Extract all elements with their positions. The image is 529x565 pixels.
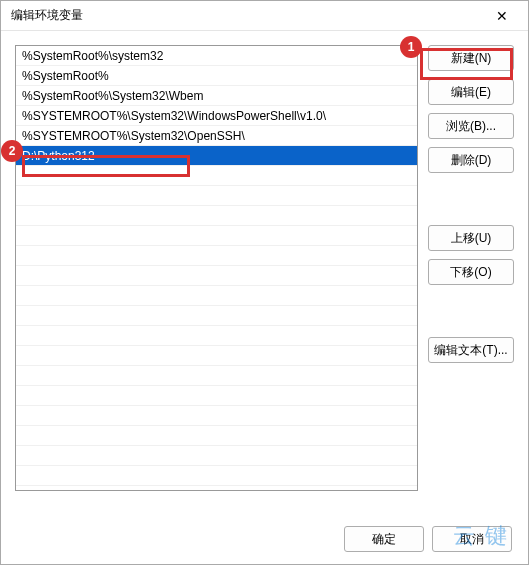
- list-item[interactable]: %SystemRoot%\system32: [16, 46, 417, 66]
- dialog-footer: 确定 取消: [1, 514, 528, 564]
- list-item[interactable]: .: [16, 366, 417, 386]
- moveup-button[interactable]: 上移(U): [428, 225, 514, 251]
- new-button[interactable]: 新建(N): [428, 45, 514, 71]
- list-item[interactable]: .: [16, 246, 417, 266]
- edittext-button-label: 编辑文本(T)...: [434, 342, 507, 359]
- list-item[interactable]: .: [16, 386, 417, 406]
- titlebar: 编辑环境变量 ✕: [1, 1, 528, 31]
- delete-button-label: 删除(D): [451, 152, 492, 169]
- ok-button[interactable]: 确定: [344, 526, 424, 552]
- list-item[interactable]: .: [16, 166, 417, 186]
- list-item[interactable]: .: [16, 226, 417, 246]
- list-item[interactable]: .: [16, 266, 417, 286]
- list-item[interactable]: %SYSTEMROOT%\System32\OpenSSH\: [16, 126, 417, 146]
- cancel-button-label: 取消: [460, 531, 484, 548]
- list-item[interactable]: %SystemRoot%: [16, 66, 417, 86]
- list-item[interactable]: .: [16, 406, 417, 426]
- list-item[interactable]: .: [16, 446, 417, 466]
- list-item[interactable]: .: [16, 186, 417, 206]
- list-item[interactable]: .: [16, 306, 417, 326]
- close-icon[interactable]: ✕: [482, 3, 522, 29]
- delete-button[interactable]: 删除(D): [428, 147, 514, 173]
- movedown-button-label: 下移(O): [450, 264, 491, 281]
- list-item[interactable]: %SYSTEMROOT%\System32\WindowsPowerShell\…: [16, 106, 417, 126]
- ok-button-label: 确定: [372, 531, 396, 548]
- button-column: 新建(N) 编辑(E) 浏览(B)... 删除(D) 上移(U) 下移(O) 编…: [428, 45, 514, 500]
- list-item[interactable]: .: [16, 426, 417, 446]
- list-item[interactable]: .: [16, 466, 417, 486]
- list-item[interactable]: .: [16, 326, 417, 346]
- list-item[interactable]: .: [16, 346, 417, 366]
- list-item[interactable]: D:\Python312: [16, 146, 417, 166]
- list-item[interactable]: .: [16, 206, 417, 226]
- list-item[interactable]: .: [16, 286, 417, 306]
- new-button-label: 新建(N): [451, 50, 492, 67]
- env-var-dialog: 编辑环境变量 ✕ %SystemRoot%\system32%SystemRoo…: [0, 0, 529, 565]
- edit-button-label: 编辑(E): [451, 84, 491, 101]
- edittext-button[interactable]: 编辑文本(T)...: [428, 337, 514, 363]
- list-item[interactable]: %SystemRoot%\System32\Wbem: [16, 86, 417, 106]
- edit-button[interactable]: 编辑(E): [428, 79, 514, 105]
- browse-button-label: 浏览(B)...: [446, 118, 496, 135]
- movedown-button[interactable]: 下移(O): [428, 259, 514, 285]
- browse-button[interactable]: 浏览(B)...: [428, 113, 514, 139]
- dialog-title: 编辑环境变量: [11, 7, 83, 24]
- path-listbox[interactable]: %SystemRoot%\system32%SystemRoot%%System…: [15, 45, 418, 491]
- cancel-button[interactable]: 取消: [432, 526, 512, 552]
- moveup-button-label: 上移(U): [451, 230, 492, 247]
- dialog-content: %SystemRoot%\system32%SystemRoot%%System…: [1, 31, 528, 514]
